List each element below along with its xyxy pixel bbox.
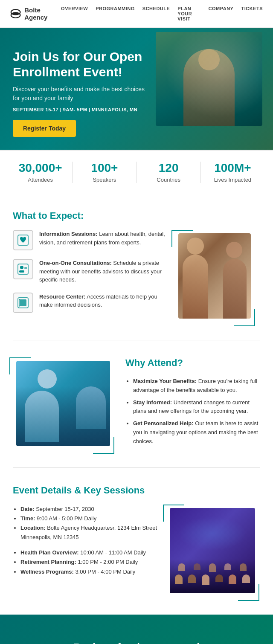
event-details-content: Date: September 15-17, 2030 Time: 9:00 A… [13, 505, 260, 598]
session-retirement-time: 1:00 PM - 2:00 PM Daily [78, 559, 138, 565]
logo[interactable]: Bolte Agency [10, 6, 61, 21]
why-item-3-heading: Get Personalized Help: [133, 420, 194, 426]
event-location-label: Location: [20, 525, 46, 531]
event-time-value: 9:00 AM - 5:00 PM Daily [37, 515, 96, 522]
consultations-icon [13, 259, 33, 279]
why-item-1-heading: Maximize Your Benefits: [133, 378, 197, 384]
nav-plan[interactable]: PLAN YOUR VISIT [177, 6, 200, 21]
why-photo-wrap [13, 361, 111, 450]
svg-rect-4 [18, 264, 28, 274]
hero-date: SEPTEMBER 15-17 | 9AM- 5PM | MINNEAPOLIS… [13, 107, 149, 112]
nav-overview[interactable]: OVERVIEW [61, 6, 88, 21]
why-attend-title: Why Attend? [125, 357, 260, 368]
logo-text: Bolte Agency [24, 6, 61, 21]
event-time-label: Time: [20, 515, 35, 522]
stat-lives: 100M+ Lives Impacted [201, 161, 264, 183]
expect-photo [178, 233, 251, 319]
what-to-expect-content: Information Sessions: Learn about health… [13, 230, 260, 323]
info-sessions-icon [13, 230, 33, 250]
nav-tickets[interactable]: TICKETS [241, 6, 263, 21]
what-to-expect-title: What to Expect: [13, 210, 260, 221]
session-health-time: 10:00 AM - 11:00 AM Daily [80, 549, 146, 556]
event-basics-list: Date: September 15-17, 2030 Time: 9:00 A… [13, 505, 158, 542]
svg-point-2 [11, 12, 20, 15]
why-photo [16, 361, 110, 446]
hero-content: Join Us for Our Open Enrollment Event! D… [13, 49, 149, 150]
why-item-3: Get Personalized Help: Our team is here … [133, 419, 260, 446]
expect-item-1: Information Sessions: Learn about health… [13, 230, 166, 250]
event-date: Date: September 15-17, 2030 [20, 505, 158, 514]
navigation: Bolte Agency OVERVIEW PROGRAMMING SCHEDU… [0, 0, 273, 28]
why-attend-list: Maximize Your Benefits: Ensure you're ta… [125, 377, 260, 446]
resource-center-icon [13, 293, 33, 313]
session-wellness: Wellness Programs: 3:00 PM - 4:00 PM Dai… [20, 567, 158, 577]
stat-countries-label: Countries [137, 177, 200, 183]
stat-lives-number: 100M+ [201, 161, 264, 175]
svg-rect-7 [24, 267, 27, 269]
expect-item-3: Resource Center: Access materials to hel… [13, 293, 166, 313]
svg-rect-6 [19, 270, 24, 273]
hero-image [156, 32, 262, 126]
expect-photo-wrap [175, 233, 252, 323]
session-retirement: Retirement Planning: 1:00 PM - 2:00 PM D… [20, 557, 158, 567]
why-photo-area [13, 357, 115, 450]
hero-section: Join Us for Our Open Enrollment Event! D… [0, 28, 273, 150]
event-date-label: Date: [20, 506, 35, 512]
stat-countries-number: 120 [137, 161, 200, 175]
why-item-2-heading: Stay Informed: [133, 399, 172, 406]
expect-item-2-heading: One-on-One Consultations: [39, 260, 112, 266]
svg-point-5 [20, 266, 23, 269]
logo-icon [10, 8, 21, 20]
stat-countries: 120 Countries [137, 161, 200, 183]
stat-lives-label: Lives Impacted [201, 177, 264, 183]
why-attend-section: Why Attend? Maximize Your Benefits: Ensu… [0, 340, 273, 467]
event-details-section: Event Details & Key Sessions Date: Septe… [0, 468, 273, 615]
event-photo [170, 508, 255, 593]
expect-item-3-text: Resource Center: Access materials to hel… [39, 293, 166, 309]
nav-company[interactable]: COMPANY [209, 6, 234, 21]
expect-items-list: Information Sessions: Learn about health… [13, 230, 166, 322]
event-sessions-list: Health Plan Overview: 10:00 AM - 11:00 A… [13, 548, 158, 576]
expect-photo-area [175, 230, 260, 323]
session-wellness-label: Wellness Programs: [20, 569, 74, 575]
nav-programming[interactable]: PROGRAMMING [96, 6, 135, 21]
expect-item-3-heading: Resource Center: [39, 293, 85, 300]
expect-item-1-text: Information Sessions: Learn about health… [39, 230, 166, 247]
stat-speakers-number: 100+ [73, 161, 136, 175]
cta-section: Register for the event andbook your free… [0, 615, 273, 644]
person-chat-icon [17, 263, 29, 275]
event-details-title: Event Details & Key Sessions [13, 485, 260, 496]
why-attend-text: Why Attend? Maximize Your Benefits: Ensu… [125, 357, 260, 450]
event-photo-wrap [166, 508, 256, 598]
what-to-expect-section: What to Expect: Information Sessions: Le… [0, 193, 273, 340]
stat-attendees-label: Attendees [9, 177, 72, 183]
book-icon [17, 297, 29, 309]
why-item-2: Stay Informed: Understand changes to cur… [133, 398, 260, 416]
hero-register-button[interactable]: Register Today [13, 120, 76, 137]
event-photo-area [166, 505, 260, 598]
hero-title: Join Us for Our Open Enrollment Event! [13, 49, 149, 80]
cta-title: Register for the event andbook your free… [13, 640, 260, 644]
session-health: Health Plan Overview: 10:00 AM - 11:00 A… [20, 548, 158, 557]
expect-item-2: One-on-One Consultations: Schedule a pri… [13, 259, 166, 284]
hero-description: Discover your benefits and make the best… [13, 85, 149, 103]
expect-item-1-heading: Information Sessions: [39, 231, 98, 237]
event-location: Location: Bolte Agency Headquartesr, 123… [20, 523, 158, 542]
stat-speakers-label: Speakers [73, 177, 136, 183]
session-health-label: Health Plan Overview: [20, 549, 79, 556]
why-attend-content: Why Attend? Maximize Your Benefits: Ensu… [13, 357, 260, 450]
stat-attendees-number: 30,000+ [9, 161, 72, 175]
heart-icon [17, 234, 29, 246]
event-date-value: September 15-17, 2030 [36, 506, 94, 512]
stats-bar: 30,000+ Attendees 100+ Speakers 120 Coun… [0, 150, 273, 193]
stat-attendees: 30,000+ Attendees [9, 161, 72, 183]
session-wellness-time: 3:00 PM - 4:00 PM Daily [75, 569, 135, 575]
nav-schedule[interactable]: SCHEDULE [142, 6, 170, 21]
stat-speakers: 100+ Speakers [73, 161, 136, 183]
expect-item-2-text: One-on-One Consultations: Schedule a pri… [39, 259, 166, 284]
nav-links: OVERVIEW PROGRAMMING SCHEDULE PLAN YOUR … [61, 6, 263, 21]
why-item-1: Maximize Your Benefits: Ensure you're ta… [133, 377, 260, 395]
event-info: Date: September 15-17, 2030 Time: 9:00 A… [13, 505, 158, 583]
session-retirement-label: Retirement Planning: [20, 559, 76, 565]
event-time: Time: 9:00 AM - 5:00 PM Daily [20, 514, 158, 523]
